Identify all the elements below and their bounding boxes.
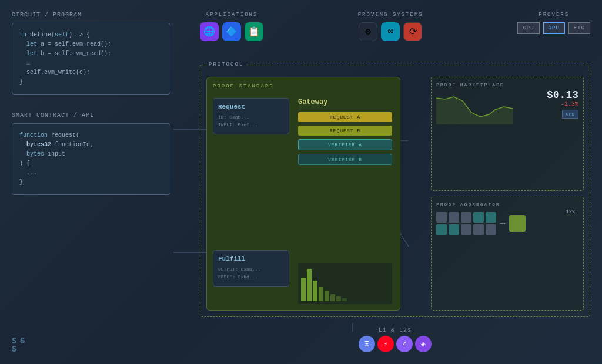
price-display: $0.13 -2.3% CPU [547,89,578,119]
chain-icons: Ξ ⚡ Z ◈ [359,336,432,352]
smart-contract-code: function request( bytes32 functionId, by… [19,131,163,187]
proving-icon-2[interactable]: ∞ [381,22,400,41]
main-container: CIRCUIT / PROGRAM fn define(self) -> { l… [0,0,602,364]
smart-contract-code-block: function request( bytes32 functionId, by… [12,123,170,195]
aggregator-multiplier: 12x↓ [566,209,578,215]
logo-svg: S S S [12,335,31,352]
proof-marketplace-label: PROOF MARKETPLACE [436,82,578,87]
aggregator-grid: → [436,212,578,235]
top-section: APPLICATIONS 🌐 🔷 📋 PROVING SYSTEMS ⚙ ∞ ⟳… [200,12,590,41]
prover-cpu[interactable]: CPU [517,22,539,34]
smart-contract-label: SMART CONTRACT / API [12,112,170,119]
protocol-label: PROTOCOL [206,62,246,68]
protocol-container: PROTOCOL PROOF STANDARD Request ID: 0xab… [200,65,590,317]
app-icon-2[interactable]: 🔷 [222,22,241,41]
grid-cell-7 [449,224,459,235]
aggregator-arrow: → [500,218,506,229]
logo: S S S [12,335,31,355]
fulfill-title: Fulfill [218,255,284,262]
grid-cell-2 [449,212,459,223]
request-box: Request ID: 0xab... INPUT: 0xef... [213,98,289,134]
gateway-box: Gateway REQUEST A REQUEST B VERIFIER A V… [298,98,392,168]
provers-group: PROVERS CPU GPU ETC [517,12,590,34]
smart-contract-section: SMART CONTRACT / API function request( b… [12,112,170,195]
gateway-request-a[interactable]: REQUEST A [298,112,392,122]
price-value: $0.13 [547,89,578,101]
polygon-icon[interactable]: ◈ [415,336,432,352]
grid-cell-3 [461,212,471,223]
input-grid [436,212,496,235]
aggregator-result [509,215,526,232]
gateway-verifier-a[interactable]: VERIFIER A [298,139,392,150]
proving-icons: ⚙ ∞ ⟳ [358,22,423,41]
left-panel: CIRCUIT / PROGRAM fn define(self) -> { l… [12,12,170,207]
applications-group: APPLICATIONS 🌐 🔷 📋 [200,12,263,41]
proof-marketplace-panel: PROOF MARKETPLACE $0.13 -2.3% CPU [431,77,584,191]
price-change: -2.3% [547,101,578,107]
price-chart-svg [436,92,513,124]
grid-cell-1 [436,212,447,223]
proof-standard-box: PROOF STANDARD Request ID: 0xab... INPUT… [206,77,400,311]
grid-cell-9 [473,224,484,235]
circuit-section: CIRCUIT / PROGRAM fn define(self) -> { l… [12,12,170,95]
circuit-label: CIRCUIT / PROGRAM [12,12,170,18]
right-panels: PROOF MARKETPLACE $0.13 -2.3% CPU PROOF … [431,77,584,311]
bar-7 [336,296,341,301]
svg-text:S: S [20,336,25,345]
grid-cell-6 [436,224,447,235]
applications-label: APPLICATIONS [200,12,263,18]
bottom-section: L1 & L2s Ξ ⚡ Z ◈ [200,327,590,352]
fulfill-proof: PROOF: 0xbd... [218,274,284,281]
price-chart [436,92,513,124]
fulfill-output: OUTPUT: 0xa6... [218,266,284,274]
prover-gpu[interactable]: GPU [543,22,565,34]
prover-boxes: CPU GPU ETC [517,22,590,34]
svg-text:S: S [12,344,16,352]
request-input: INPUT: 0xef... [218,122,284,129]
proving-icon-1[interactable]: ⚙ [359,22,377,41]
bar-3 [313,281,317,301]
proving-icon-3[interactable]: ⟳ [403,22,422,41]
bar-chart [298,263,392,304]
bar-2 [307,269,312,301]
bar-1 [301,278,306,301]
provers-label: PROVERS [517,12,590,18]
gateway-title: Gateway [298,98,392,106]
proving-systems-label: PROVING SYSTEMS [358,12,423,18]
bar-8 [342,298,347,301]
bar-4 [319,287,323,301]
prover-etc[interactable]: ETC [568,22,590,34]
gateway-verifier-b[interactable]: VERIFIER B [298,154,392,165]
grid-cell-8 [461,224,471,235]
proof-aggregator-panel: PROOF AGGREGATOR 12x↓ [431,197,584,311]
request-title: Request [218,103,284,110]
optimism-icon[interactable]: ⚡ [377,336,394,352]
app-icon-3[interactable]: 📋 [245,22,263,41]
app-icons: 🌐 🔷 📋 [200,22,263,41]
grid-cell-4 [473,212,484,223]
marketplace-cpu-badge: CPU [562,110,578,119]
grid-cell-10 [486,224,496,235]
ethereum-icon[interactable]: Ξ [359,336,375,352]
proof-aggregator-label: PROOF AGGREGATOR [436,202,578,207]
fulfill-box: Fulfill OUTPUT: 0xa6... PROOF: 0xbd... [213,250,289,287]
svg-marker-5 [436,97,513,124]
proof-standard-title: PROOF STANDARD [213,83,394,89]
app-icon-1[interactable]: 🌐 [200,22,219,41]
request-id: ID: 0xab... [218,114,284,122]
circuit-code: fn define(self) -> { let a = self.evm_re… [19,31,163,87]
l1-label: L1 & L2s [379,327,412,333]
gateway-request-b[interactable]: REQUEST B [298,126,392,136]
bar-5 [325,291,329,301]
proving-systems-group: PROVING SYSTEMS ⚙ ∞ ⟳ [358,12,423,41]
grid-cell-5 [486,212,496,223]
circuit-code-block: fn define(self) -> { let a = self.evm_re… [12,23,170,95]
zksync-icon[interactable]: Z [396,336,413,352]
bar-6 [330,294,335,301]
